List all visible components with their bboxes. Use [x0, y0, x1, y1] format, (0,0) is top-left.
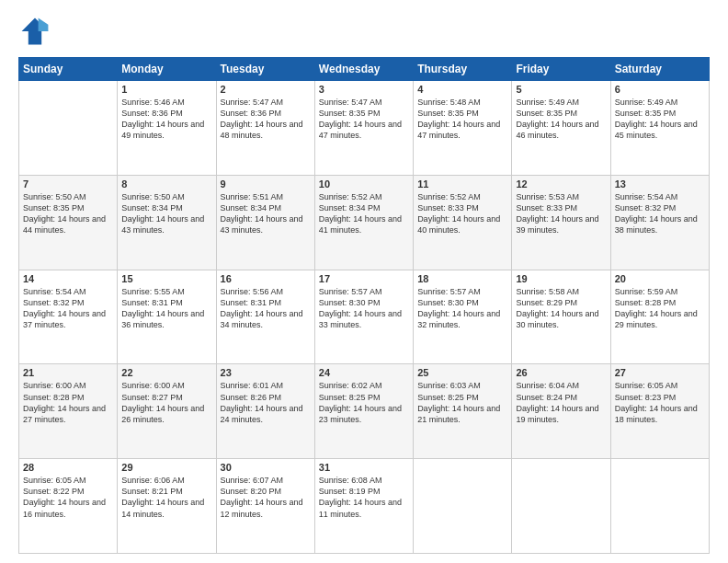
- cell-info: Sunrise: 5:50 AM Sunset: 8:34 PM Dayligh…: [121, 191, 211, 236]
- cell-info: Sunrise: 5:55 AM Sunset: 8:31 PM Dayligh…: [121, 286, 211, 331]
- svg-marker-1: [39, 18, 49, 31]
- calendar-cell: 9Sunrise: 5:51 AM Sunset: 8:34 PM Daylig…: [216, 175, 314, 270]
- weekday-header: Thursday: [414, 58, 512, 81]
- day-number: 24: [319, 367, 409, 378]
- day-number: 20: [615, 273, 705, 284]
- day-number: 25: [417, 367, 507, 378]
- calendar-week-row: 28Sunrise: 6:05 AM Sunset: 8:22 PM Dayli…: [19, 459, 710, 554]
- cell-info: Sunrise: 5:57 AM Sunset: 8:30 PM Dayligh…: [417, 286, 507, 331]
- weekday-header: Monday: [118, 58, 216, 81]
- cell-info: Sunrise: 5:52 AM Sunset: 8:33 PM Dayligh…: [417, 191, 507, 236]
- day-number: 12: [516, 178, 606, 190]
- calendar-week-row: 14Sunrise: 5:54 AM Sunset: 8:32 PM Dayli…: [19, 270, 710, 364]
- logo: [18, 15, 55, 48]
- calendar-cell: 12Sunrise: 5:53 AM Sunset: 8:33 PM Dayli…: [512, 175, 610, 270]
- day-number: 6: [615, 84, 705, 95]
- day-number: 29: [121, 462, 211, 473]
- cell-info: Sunrise: 5:47 AM Sunset: 8:35 PM Dayligh…: [319, 97, 409, 142]
- header: [18, 15, 710, 48]
- calendar-cell: 16Sunrise: 5:56 AM Sunset: 8:31 PM Dayli…: [216, 270, 314, 364]
- calendar-cell: 28Sunrise: 6:05 AM Sunset: 8:22 PM Dayli…: [19, 459, 118, 554]
- calendar-cell: 20Sunrise: 5:59 AM Sunset: 8:28 PM Dayli…: [610, 270, 709, 364]
- day-number: 9: [221, 178, 311, 190]
- day-number: 18: [417, 273, 507, 284]
- calendar-week-row: 7Sunrise: 5:50 AM Sunset: 8:35 PM Daylig…: [19, 175, 710, 270]
- day-number: 14: [23, 273, 113, 284]
- day-number: 11: [417, 178, 507, 190]
- cell-info: Sunrise: 5:59 AM Sunset: 8:28 PM Dayligh…: [615, 286, 705, 331]
- weekday-header: Wednesday: [314, 58, 413, 81]
- calendar-cell: 25Sunrise: 6:03 AM Sunset: 8:25 PM Dayli…: [414, 364, 512, 459]
- cell-info: Sunrise: 5:53 AM Sunset: 8:33 PM Dayligh…: [516, 191, 606, 236]
- day-number: 10: [319, 178, 409, 190]
- cell-info: Sunrise: 5:52 AM Sunset: 8:34 PM Dayligh…: [319, 191, 409, 236]
- cell-info: Sunrise: 6:05 AM Sunset: 8:23 PM Dayligh…: [615, 380, 705, 425]
- calendar-cell: 26Sunrise: 6:04 AM Sunset: 8:24 PM Dayli…: [512, 364, 610, 459]
- calendar-cell: 18Sunrise: 5:57 AM Sunset: 8:30 PM Dayli…: [414, 270, 512, 364]
- calendar-cell: 14Sunrise: 5:54 AM Sunset: 8:32 PM Dayli…: [19, 270, 118, 364]
- day-number: 21: [23, 367, 113, 378]
- day-number: 2: [221, 84, 311, 95]
- weekday-header: Saturday: [610, 58, 709, 81]
- page: SundayMondayTuesdayWednesdayThursdayFrid…: [0, 0, 728, 563]
- cell-info: Sunrise: 5:51 AM Sunset: 8:34 PM Dayligh…: [221, 191, 311, 236]
- cell-info: Sunrise: 6:04 AM Sunset: 8:24 PM Dayligh…: [516, 380, 606, 425]
- day-number: 27: [615, 367, 705, 378]
- day-number: 30: [221, 462, 311, 473]
- day-number: 15: [121, 273, 211, 284]
- cell-info: Sunrise: 5:49 AM Sunset: 8:35 PM Dayligh…: [516, 97, 606, 142]
- cell-info: Sunrise: 6:02 AM Sunset: 8:25 PM Dayligh…: [319, 380, 409, 425]
- calendar-week-row: 21Sunrise: 6:00 AM Sunset: 8:28 PM Dayli…: [19, 364, 710, 459]
- calendar-cell: 24Sunrise: 6:02 AM Sunset: 8:25 PM Dayli…: [314, 364, 413, 459]
- cell-info: Sunrise: 6:00 AM Sunset: 8:28 PM Dayligh…: [23, 380, 113, 425]
- calendar-cell: 15Sunrise: 5:55 AM Sunset: 8:31 PM Dayli…: [118, 270, 216, 364]
- day-number: 4: [417, 84, 507, 95]
- cell-info: Sunrise: 6:05 AM Sunset: 8:22 PM Dayligh…: [23, 475, 113, 520]
- day-number: 26: [516, 367, 606, 378]
- calendar-cell: 10Sunrise: 5:52 AM Sunset: 8:34 PM Dayli…: [314, 175, 413, 270]
- day-number: 23: [221, 367, 311, 378]
- day-number: 8: [121, 178, 211, 190]
- cell-info: Sunrise: 6:08 AM Sunset: 8:19 PM Dayligh…: [319, 475, 409, 520]
- day-number: 1: [121, 84, 211, 95]
- calendar-cell: 23Sunrise: 6:01 AM Sunset: 8:26 PM Dayli…: [216, 364, 314, 459]
- day-number: 16: [221, 273, 311, 284]
- cell-info: Sunrise: 5:54 AM Sunset: 8:32 PM Dayligh…: [615, 191, 705, 236]
- calendar-cell: 6Sunrise: 5:49 AM Sunset: 8:35 PM Daylig…: [610, 81, 709, 176]
- calendar-cell: 29Sunrise: 6:06 AM Sunset: 8:21 PM Dayli…: [118, 459, 216, 554]
- calendar-cell: [19, 81, 118, 176]
- cell-info: Sunrise: 5:58 AM Sunset: 8:29 PM Dayligh…: [516, 286, 606, 331]
- cell-info: Sunrise: 6:01 AM Sunset: 8:26 PM Dayligh…: [221, 380, 311, 425]
- day-number: 31: [319, 462, 409, 473]
- weekday-header: Friday: [512, 58, 610, 81]
- cell-info: Sunrise: 5:54 AM Sunset: 8:32 PM Dayligh…: [23, 286, 113, 331]
- calendar-cell: 27Sunrise: 6:05 AM Sunset: 8:23 PM Dayli…: [610, 364, 709, 459]
- calendar-cell: 3Sunrise: 5:47 AM Sunset: 8:35 PM Daylig…: [314, 81, 413, 176]
- cell-info: Sunrise: 6:03 AM Sunset: 8:25 PM Dayligh…: [417, 380, 507, 425]
- cell-info: Sunrise: 5:47 AM Sunset: 8:36 PM Dayligh…: [221, 97, 311, 142]
- calendar-cell: 13Sunrise: 5:54 AM Sunset: 8:32 PM Dayli…: [610, 175, 709, 270]
- cell-info: Sunrise: 5:48 AM Sunset: 8:35 PM Dayligh…: [417, 97, 507, 142]
- calendar-cell: [414, 459, 512, 554]
- calendar-cell: 5Sunrise: 5:49 AM Sunset: 8:35 PM Daylig…: [512, 81, 610, 176]
- day-number: 3: [319, 84, 409, 95]
- cell-info: Sunrise: 5:56 AM Sunset: 8:31 PM Dayligh…: [221, 286, 311, 331]
- weekday-header: Tuesday: [216, 58, 314, 81]
- day-number: 7: [23, 178, 113, 190]
- cell-info: Sunrise: 6:07 AM Sunset: 8:20 PM Dayligh…: [221, 475, 311, 520]
- calendar-cell: [512, 459, 610, 554]
- calendar-cell: 7Sunrise: 5:50 AM Sunset: 8:35 PM Daylig…: [19, 175, 118, 270]
- day-number: 22: [121, 367, 211, 378]
- calendar-cell: 17Sunrise: 5:57 AM Sunset: 8:30 PM Dayli…: [314, 270, 413, 364]
- calendar-cell: 8Sunrise: 5:50 AM Sunset: 8:34 PM Daylig…: [118, 175, 216, 270]
- cell-info: Sunrise: 5:50 AM Sunset: 8:35 PM Dayligh…: [23, 191, 113, 236]
- day-number: 13: [615, 178, 705, 190]
- weekday-header-row: SundayMondayTuesdayWednesdayThursdayFrid…: [19, 58, 710, 81]
- calendar-cell: [610, 459, 709, 554]
- day-number: 5: [516, 84, 606, 95]
- calendar-table: SundayMondayTuesdayWednesdayThursdayFrid…: [18, 57, 710, 554]
- calendar-cell: 11Sunrise: 5:52 AM Sunset: 8:33 PM Dayli…: [414, 175, 512, 270]
- weekday-header: Sunday: [19, 58, 118, 81]
- calendar-cell: 31Sunrise: 6:08 AM Sunset: 8:19 PM Dayli…: [314, 459, 413, 554]
- day-number: 17: [319, 273, 409, 284]
